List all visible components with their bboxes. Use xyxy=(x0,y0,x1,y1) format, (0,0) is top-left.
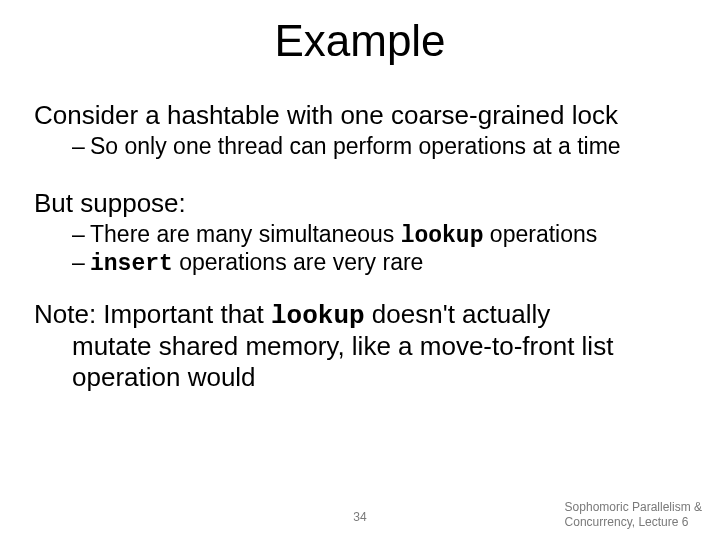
bullet-suppose-1-a: There are many simultaneous xyxy=(90,221,401,247)
bullet-suppose-1-b: operations xyxy=(483,221,597,247)
dash-icon: – xyxy=(72,133,90,160)
code-lookup-note: lookup xyxy=(271,301,365,331)
spacer xyxy=(34,160,700,188)
footer-line1: Sophomoric Parallelism & xyxy=(565,500,702,515)
code-lookup: lookup xyxy=(401,223,484,249)
bullet-suppose-1: –There are many simultaneous lookup oper… xyxy=(72,221,700,249)
dash-icon: – xyxy=(72,249,90,276)
note-a: Note: Important that xyxy=(34,299,271,329)
bullet-suppose-2-b: operations are very rare xyxy=(173,249,424,275)
footer: Sophomoric Parallelism & Concurrency, Le… xyxy=(565,500,702,530)
footer-line2: Concurrency, Lecture 6 xyxy=(565,515,702,530)
bullet-consider-sub: –So only one thread can perform operatio… xyxy=(72,133,700,160)
slide-body: Consider a hashtable with one coarse-gra… xyxy=(34,100,700,393)
slide-title: Example xyxy=(0,16,720,66)
code-insert: insert xyxy=(90,251,173,277)
para-consider: Consider a hashtable with one coarse-gra… xyxy=(34,100,700,131)
note-line3: operation would xyxy=(72,362,700,393)
para-suppose: But suppose: xyxy=(34,188,700,219)
spacer xyxy=(34,277,700,299)
note-line2: mutate shared memory, like a move-to-fro… xyxy=(72,331,700,362)
slide: Example Consider a hashtable with one co… xyxy=(0,0,720,540)
dash-icon: – xyxy=(72,221,90,248)
note-line1: Note: Important that lookup doesn't actu… xyxy=(34,299,700,331)
bullet-consider-sub-text: So only one thread can perform operation… xyxy=(90,133,621,159)
note-b: doesn't actually xyxy=(365,299,551,329)
bullet-suppose-2: –insert operations are very rare xyxy=(72,249,700,277)
